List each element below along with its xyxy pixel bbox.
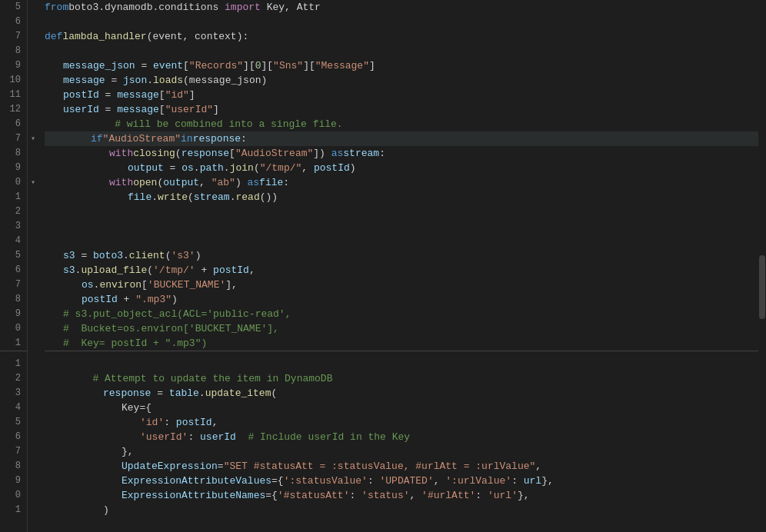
code-line: 'userId': userId # Include userId in the… xyxy=(45,430,766,444)
line-number: 0 xyxy=(0,321,27,336)
fold-empty xyxy=(28,161,38,175)
scrollbar-vertical[interactable] xyxy=(758,0,766,532)
fold-empty xyxy=(28,248,38,263)
line-number: 6 xyxy=(0,117,27,131)
line-number: 4 xyxy=(0,234,27,248)
line-number: 1 xyxy=(0,357,27,371)
fold-empty xyxy=(28,459,38,474)
code-line: def lambda_handler(event, context): xyxy=(45,29,766,44)
code-line: }, xyxy=(45,444,766,459)
code-line: userId = message["userId"] xyxy=(45,102,766,117)
code-line: ExpressionAttributeValues={':statusValue… xyxy=(45,474,766,488)
code-line: s3.upload_file('/tmp/' + postId, xyxy=(45,263,766,278)
fold-empty xyxy=(28,58,38,73)
line-number: 3 xyxy=(0,386,27,401)
fold-indicator[interactable]: ▾ xyxy=(28,175,38,190)
line-number: 5 xyxy=(0,0,27,15)
line-number: 6 xyxy=(0,430,27,444)
line-number: 2 xyxy=(0,371,27,386)
editor: 56789101112678901234567890112345678901 ▾… xyxy=(0,0,766,532)
fold-empty xyxy=(28,430,38,444)
code-line: file.write(stream.read()) xyxy=(45,190,766,204)
code-line: # will be combined into a single file. xyxy=(45,117,766,131)
fold-empty xyxy=(28,415,38,430)
fold-empty xyxy=(28,292,38,307)
line-number: 8 xyxy=(0,459,27,474)
fold-empty xyxy=(28,234,38,248)
line-number: 3 xyxy=(0,219,27,234)
fold-separator xyxy=(28,351,38,357)
fold-empty xyxy=(28,444,38,459)
fold-empty xyxy=(28,488,38,503)
fold-empty xyxy=(28,474,38,488)
fold-empty xyxy=(28,219,38,234)
line-number: 1 xyxy=(0,190,27,204)
line-number: 11 xyxy=(0,88,27,102)
fold-empty xyxy=(28,117,38,131)
code-line: # Key= postId + ".mp3") xyxy=(45,336,766,351)
fold-empty xyxy=(28,146,38,161)
line-number: 2 xyxy=(0,204,27,219)
fold-empty xyxy=(28,307,38,321)
code-line: with open(output, "ab") as file: xyxy=(45,175,766,190)
code-line xyxy=(45,15,766,29)
code-line: Key={ xyxy=(45,401,766,415)
line-number: 7 xyxy=(0,444,27,459)
line-number: 9 xyxy=(0,161,27,175)
line-number: 6 xyxy=(0,15,27,29)
code-line: # s3.put_object_acl(ACL='public-read', xyxy=(45,307,766,321)
fold-empty xyxy=(28,278,38,292)
code-line: s3 = boto3.client('s3') xyxy=(45,248,766,263)
code-line: with closing(response["AudioStream"]) as… xyxy=(45,146,766,161)
line-number: 7 xyxy=(0,278,27,292)
code-content[interactable]: from boto3.dynamodb.conditions import Ke… xyxy=(38,0,766,532)
code-line: from boto3.dynamodb.conditions import Ke… xyxy=(45,0,766,15)
code-line xyxy=(45,204,766,219)
line-number: 8 xyxy=(0,44,27,58)
code-line: response = table.update_item( xyxy=(45,386,766,401)
line-number: 5 xyxy=(0,415,27,430)
line-number: 9 xyxy=(0,474,27,488)
fold-empty xyxy=(28,0,38,15)
fold-empty xyxy=(28,44,38,58)
line-number: 12 xyxy=(0,102,27,117)
code-line: ) xyxy=(45,503,766,517)
fold-empty xyxy=(28,371,38,386)
code-line: message = json.loads(message_json) xyxy=(45,73,766,88)
fold-empty xyxy=(28,321,38,336)
code-line: if "AudioStream" in response: xyxy=(45,131,766,146)
code-line: os.environ['BUCKET_NAME'], xyxy=(45,278,766,292)
line-number: 9 xyxy=(0,58,27,73)
fold-empty xyxy=(28,190,38,204)
line-number: 8 xyxy=(0,146,27,161)
fold-empty xyxy=(28,263,38,278)
code-line: # Bucket=os.environ['BUCKET_NAME'], xyxy=(45,321,766,336)
code-line: postId = message["id"] xyxy=(45,88,766,102)
code-line: UpdateExpression="SET #statusAtt = :stat… xyxy=(45,459,766,474)
line-number: 0 xyxy=(0,175,27,190)
scrollbar-thumb[interactable] xyxy=(759,255,765,319)
code-line: ExpressionAttributeNames={'#statusAtt': … xyxy=(45,488,766,503)
fold-empty xyxy=(28,88,38,102)
fold-empty xyxy=(28,29,38,44)
fold-empty xyxy=(28,204,38,219)
fold-empty xyxy=(28,73,38,88)
line-number: 4 xyxy=(0,401,27,415)
fold-column: ▾▾ xyxy=(28,0,38,532)
code-line xyxy=(45,234,766,248)
line-number: 7 xyxy=(0,131,27,146)
line-numbers: 56789101112678901234567890112345678901 xyxy=(0,0,28,532)
fold-empty xyxy=(28,15,38,29)
fold-empty xyxy=(28,401,38,415)
code-area: 56789101112678901234567890112345678901 ▾… xyxy=(0,0,766,532)
fold-empty xyxy=(28,102,38,117)
fold-empty xyxy=(28,336,38,351)
line-number: 1 xyxy=(0,336,27,351)
code-separator xyxy=(45,351,766,357)
fold-empty xyxy=(28,503,38,517)
fold-indicator[interactable]: ▾ xyxy=(28,131,38,146)
fold-empty xyxy=(28,357,38,371)
code-line: output = os.path.join("/tmp/", postId) xyxy=(45,161,766,175)
code-line xyxy=(45,357,766,371)
code-line xyxy=(45,44,766,58)
